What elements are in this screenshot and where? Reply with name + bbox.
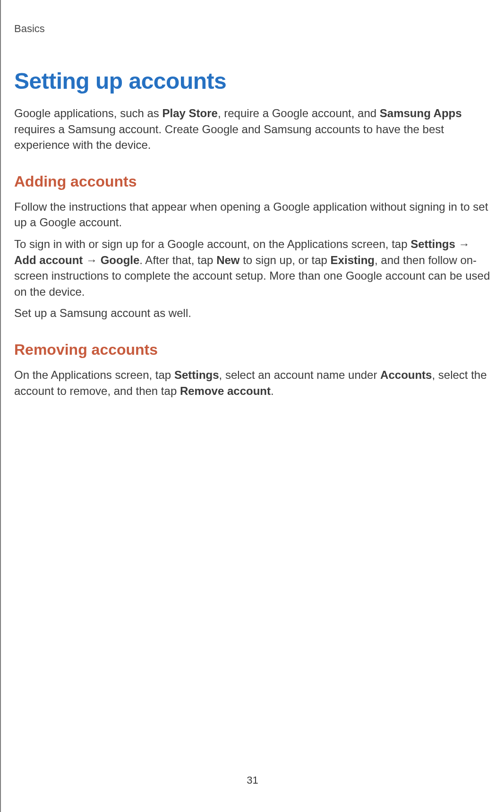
bold-text: Remove account (180, 385, 271, 397)
body-paragraph: On the Applications screen, tap Settings… (14, 367, 491, 399)
bold-text: Accounts (380, 368, 432, 381)
intro-paragraph: Google applications, such as Play Store,… (14, 105, 491, 153)
body-paragraph: Follow the instructions that appear when… (14, 199, 491, 231)
page-number: 31 (1, 774, 504, 786)
arrow-icon: → (83, 254, 100, 266)
text: . After that, tap (139, 254, 216, 266)
bold-text: Settings (174, 368, 219, 381)
text: , select an account name under (219, 368, 381, 381)
breadcrumb: Basics (14, 23, 491, 35)
section-heading-removing: Removing accounts (14, 341, 491, 359)
text: Google applications, such as (14, 107, 162, 120)
bold-text: Google (101, 254, 140, 266)
bold-text: Settings (410, 238, 455, 250)
page-content: Basics Setting up accounts Google applic… (1, 0, 504, 399)
text: requires a Samsung account. Create Googl… (14, 123, 444, 152)
text: . (271, 385, 274, 397)
bold-text: Samsung Apps (380, 107, 462, 120)
body-paragraph: Set up a Samsung account as well. (14, 305, 491, 321)
bold-text: Add account (14, 254, 83, 266)
text: On the Applications screen, tap (14, 368, 174, 381)
body-paragraph: To sign in with or sign up for a Google … (14, 236, 491, 299)
bold-text: Existing (331, 254, 375, 266)
text: To sign in with or sign up for a Google … (14, 238, 410, 250)
section-heading-adding: Adding accounts (14, 173, 491, 190)
text: , require a Google account, and (218, 107, 380, 120)
bold-text: New (216, 254, 239, 266)
page-title: Setting up accounts (14, 68, 491, 94)
text: to sign up, or tap (239, 254, 330, 266)
arrow-icon: → (455, 238, 470, 250)
bold-text: Play Store (162, 107, 218, 120)
